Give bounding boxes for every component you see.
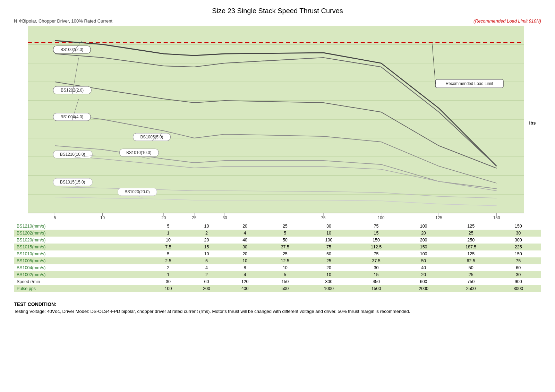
table-data-cell: 2 xyxy=(187,271,226,278)
svg-text:30: 30 xyxy=(223,215,227,220)
table-data-cell: 2.5 xyxy=(149,257,188,264)
table-row-label: Pulse pps xyxy=(14,285,149,292)
table-data-cell: 4 xyxy=(226,230,264,237)
table-data-cell: 5 xyxy=(149,223,188,230)
table-data-cell: 2 xyxy=(187,230,226,237)
table-data-cell: 10 xyxy=(149,237,188,244)
table-data-cell: 25 xyxy=(306,257,351,264)
table-data-cell: 40 xyxy=(401,264,446,271)
test-condition-title: TEST CONDITION: xyxy=(14,300,541,308)
page-title: Size 23 Single Stack Speed Thrust Curves xyxy=(14,7,541,15)
table-data-cell: 37.5 xyxy=(264,244,306,250)
table-data-cell: 25 xyxy=(446,230,496,237)
table-data-cell: 50 xyxy=(446,264,496,271)
unit-right: lbs xyxy=(529,120,536,126)
table-data-cell: 2 xyxy=(149,264,188,271)
table-row-label: BS1015(mm/s) xyxy=(14,244,149,250)
table-data-cell: 20 xyxy=(401,271,446,278)
table-data-cell: 20 xyxy=(187,237,226,244)
table-data-cell: 150 xyxy=(401,244,446,250)
table-data-cell: 30 xyxy=(496,230,541,237)
table-data-cell: 100 xyxy=(401,250,446,257)
table-data-cell: 20 xyxy=(226,223,264,230)
table-data-cell: 2000 xyxy=(401,285,446,292)
table-data-cell: 30 xyxy=(496,271,541,278)
table-data-cell: 150 xyxy=(496,223,541,230)
table-row-label: BS1010(mm/s) xyxy=(14,250,149,257)
table-data-cell: 5 xyxy=(264,271,306,278)
table-data-cell: 125 xyxy=(446,250,496,257)
svg-text:BS1010(10.0): BS1010(10.0) xyxy=(126,150,151,155)
table-data-cell: 100 xyxy=(149,285,188,292)
table-data-cell: 10 xyxy=(264,264,306,271)
table-data-cell: 5 xyxy=(187,257,226,264)
table-data-cell: 62.5 xyxy=(446,257,496,264)
svg-text:BS1004(4.0): BS1004(4.0) xyxy=(60,114,83,119)
svg-text:10: 10 xyxy=(100,215,105,220)
table-data-cell: 30 xyxy=(352,264,401,271)
table-data-cell: 3000 xyxy=(496,285,541,292)
table-data-cell: 2500 xyxy=(446,285,496,292)
table-data-cell: 15 xyxy=(352,230,401,237)
table-data-cell: 4 xyxy=(187,264,226,271)
svg-text:BS1210(10.0): BS1210(10.0) xyxy=(60,152,85,157)
table-data-cell: 50 xyxy=(401,257,446,264)
table-data-cell: 30 xyxy=(226,244,264,250)
table-data-cell: 300 xyxy=(496,237,541,244)
table-data-cell: 500 xyxy=(264,285,306,292)
table-row-label: BS1002(mm/s) xyxy=(14,271,149,278)
svg-text:25: 25 xyxy=(192,215,196,220)
table-data-cell: 60 xyxy=(496,264,541,271)
table-data-cell: 50 xyxy=(306,250,351,257)
table-row-label: BS1004(mm/s) xyxy=(14,264,149,271)
svg-text:BS1002(2.0): BS1002(2.0) xyxy=(60,47,83,52)
table-data-cell: 20 xyxy=(401,230,446,237)
table-data-cell: 15 xyxy=(352,271,401,278)
table-data-cell: 187.5 xyxy=(446,244,496,250)
table-data-cell: 60 xyxy=(187,278,226,285)
table-data-cell: 20 xyxy=(306,264,351,271)
table-data-cell: 100 xyxy=(401,223,446,230)
table-data-cell: 4 xyxy=(226,271,264,278)
table-data-cell: 100 xyxy=(306,237,351,244)
test-condition-text: Testing Voltage: 40Vdc, Driver Model: DS… xyxy=(14,308,541,315)
table-data-cell: 600 xyxy=(401,278,446,285)
svg-text:125: 125 xyxy=(435,215,442,220)
subtitle-left: N ※Bipolar, Chopper Driver, 100% Rated C… xyxy=(14,18,112,24)
table-data-cell: 75 xyxy=(496,257,541,264)
svg-text:BS1202(2.0): BS1202(2.0) xyxy=(61,88,84,93)
table-row-label: BS1202(mm/s) xyxy=(14,230,149,237)
table-data-cell: 10 xyxy=(187,250,226,257)
table-data-cell: 900 xyxy=(496,278,541,285)
svg-text:20: 20 xyxy=(161,215,166,220)
table-row-label: BS1005(mm/s) xyxy=(14,257,149,264)
table-data-cell: 1 xyxy=(149,230,188,237)
subtitle-right: (Recommended Load Limit 910N) xyxy=(473,18,541,24)
svg-text:75: 75 xyxy=(321,215,326,220)
table-data-cell: 300 xyxy=(306,278,351,285)
table-data-cell: 25 xyxy=(446,271,496,278)
table-data-cell: 25 xyxy=(264,250,306,257)
table-data-cell: 150 xyxy=(264,278,306,285)
chart-wrapper: BS1002(2.0) BS1202(2.0) BS1004(4.0) BS10… xyxy=(28,26,524,220)
table-data-cell: 50 xyxy=(264,237,306,244)
table-data-cell: 75 xyxy=(352,223,401,230)
table-data-cell: 10 xyxy=(226,257,264,264)
table-data-cell: 10 xyxy=(306,230,351,237)
table-data-cell: 20 xyxy=(226,250,264,257)
table-data-cell: 8 xyxy=(226,264,264,271)
table-data-cell: 37.5 xyxy=(352,257,401,264)
table-data-cell: 450 xyxy=(352,278,401,285)
table-data-cell: 15 xyxy=(187,244,226,250)
table-data-cell: 150 xyxy=(496,250,541,257)
svg-text:100: 100 xyxy=(378,215,385,220)
svg-text:150: 150 xyxy=(493,215,500,220)
table-data-cell: 10 xyxy=(187,223,226,230)
y-axis-left xyxy=(14,26,28,213)
table-data-cell: 400 xyxy=(226,285,264,292)
table-data-cell: 1500 xyxy=(352,285,401,292)
table-data-cell: 1 xyxy=(149,271,188,278)
svg-text:5: 5 xyxy=(54,215,56,220)
table-data-cell: 25 xyxy=(264,223,306,230)
test-condition: TEST CONDITION: Testing Voltage: 40Vdc, … xyxy=(14,300,541,315)
